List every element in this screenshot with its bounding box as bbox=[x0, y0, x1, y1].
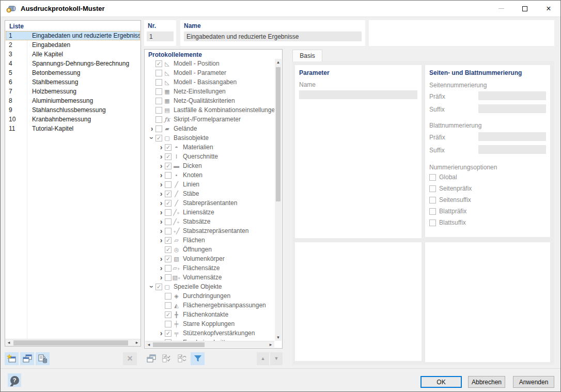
list-item[interactable]: 1Eingabedaten und reduzierte Ergebnisse bbox=[6, 31, 140, 40]
checkbox-seitensuffix[interactable] bbox=[429, 197, 436, 203]
tree-checkbox[interactable]: ✓ bbox=[165, 144, 172, 151]
scrollbar-thumb[interactable] bbox=[13, 340, 128, 346]
scrollbar-thumb[interactable] bbox=[276, 67, 280, 201]
tree-checkbox[interactable] bbox=[165, 209, 172, 216]
chevron-down-icon[interactable]: › bbox=[149, 283, 155, 290]
tree-item[interactable]: ›▦Netz-Einstellungen bbox=[145, 87, 274, 96]
scroll-right-icon[interactable]: ▸ bbox=[267, 341, 274, 348]
checkbox-blattsuffix[interactable] bbox=[429, 219, 436, 226]
minimize-button[interactable] bbox=[489, 1, 513, 17]
tree-checkbox[interactable] bbox=[155, 79, 162, 86]
chevron-right-icon[interactable]: › bbox=[158, 200, 165, 206]
tree-item[interactable]: ›◭Flächenergebnisanpassungen bbox=[145, 301, 274, 310]
tree-checkbox[interactable]: ✓ bbox=[165, 163, 172, 169]
list-item[interactable]: 11Tutorial-Kapitel bbox=[6, 124, 140, 133]
new-template-button[interactable] bbox=[5, 352, 19, 365]
move-up-button[interactable]: ▲ bbox=[257, 352, 269, 365]
tree-checkbox[interactable] bbox=[165, 265, 172, 272]
tree-checkbox[interactable] bbox=[155, 98, 162, 104]
maximize-button[interactable] bbox=[513, 1, 537, 17]
tree-item[interactable]: ›✓▧Volumenkörper bbox=[145, 254, 274, 263]
chevron-right-icon[interactable]: › bbox=[148, 126, 155, 132]
list-item[interactable]: 4Spannungs-Dehnungs-Berechnung bbox=[6, 59, 140, 68]
tree-item[interactable]: ›✓▢Spezielle Objekte bbox=[145, 282, 274, 291]
list-item[interactable]: 9Stahlanschlussbemessung bbox=[6, 105, 140, 115]
nr-input[interactable] bbox=[147, 32, 174, 41]
tree-item[interactable]: ›▰Gelände bbox=[145, 124, 274, 133]
tree-item[interactable]: ›▤Lastfälle & Kombinationseinstellungen bbox=[145, 105, 274, 115]
list-item[interactable]: 2Eingabedaten bbox=[6, 40, 140, 50]
list-item[interactable]: 7Holzbemessung bbox=[6, 87, 140, 96]
tree-checkbox[interactable] bbox=[165, 218, 172, 225]
chevron-right-icon[interactable]: › bbox=[158, 163, 165, 169]
tree-checkbox[interactable]: ✓ bbox=[155, 60, 162, 67]
option-seitenpr-fix[interactable]: Seitenpräfix bbox=[429, 185, 472, 192]
chevron-right-icon[interactable]: › bbox=[158, 209, 165, 215]
list-item[interactable]: 10Kranbahnbemessung bbox=[6, 115, 140, 124]
chevron-right-icon[interactable]: › bbox=[158, 265, 165, 271]
filter-button[interactable] bbox=[191, 352, 205, 365]
tree-item[interactable]: ›✓IQuerschnitte bbox=[145, 152, 274, 161]
tree-checkbox[interactable]: ✓ bbox=[155, 135, 162, 142]
checkbox-global[interactable] bbox=[429, 174, 436, 181]
sheet-suffix-input[interactable] bbox=[478, 145, 546, 154]
tree-item[interactable]: ›✓▱Flächen bbox=[145, 236, 274, 245]
tree-item[interactable]: ›✓╤Stützenkopfverstärkungen bbox=[145, 328, 274, 338]
list-item[interactable]: 8Aluminiumbemessung bbox=[6, 96, 140, 105]
chevron-right-icon[interactable]: › bbox=[158, 330, 165, 336]
tree-checkbox[interactable] bbox=[155, 116, 162, 123]
tree-item[interactable]: ›✓◺Modell - Position bbox=[145, 59, 274, 68]
tree-checkbox[interactable] bbox=[155, 70, 162, 76]
tree-checkbox[interactable]: ✓ bbox=[165, 200, 172, 207]
option-blattpr-fix[interactable]: Blattpräfix bbox=[429, 208, 466, 215]
chevron-down-icon[interactable]: › bbox=[149, 134, 155, 142]
tree-item[interactable]: ›◈Durchdringungen bbox=[145, 291, 274, 301]
list-item[interactable]: 5Betonbemessung bbox=[6, 68, 140, 77]
checkbox-seitenpr-fix[interactable] bbox=[429, 185, 436, 192]
tree-vertical-scrollbar[interactable]: ▴ ▾ bbox=[275, 59, 282, 341]
parameter-name-input[interactable] bbox=[299, 90, 417, 99]
tree-checkbox[interactable]: ✓ bbox=[165, 256, 172, 262]
chevron-right-icon[interactable]: › bbox=[158, 144, 165, 150]
sheet-prefix-input[interactable] bbox=[478, 132, 546, 141]
tree-checkbox[interactable]: ✓ bbox=[155, 284, 162, 290]
tree-item[interactable]: ›✓╱Stäbe bbox=[145, 189, 274, 198]
tree-item[interactable]: ›✓◎Öffnungen bbox=[145, 245, 274, 254]
checkbox-blattpr-fix[interactable] bbox=[429, 208, 436, 215]
cancel-button[interactable]: Abbrechen bbox=[468, 376, 505, 388]
tree-horizontal-scrollbar[interactable]: ◂ ▸ bbox=[145, 341, 274, 348]
scroll-down-icon[interactable]: ▾ bbox=[275, 334, 282, 341]
scrollbar-thumb[interactable] bbox=[153, 342, 205, 347]
list-horizontal-scrollbar[interactable]: ◂ ▸ bbox=[5, 339, 141, 346]
option-global[interactable]: Global bbox=[429, 174, 457, 181]
chevron-right-icon[interactable]: › bbox=[158, 256, 165, 262]
tree-item[interactable]: ›₊╱Stabsatzrepräsentanten bbox=[145, 226, 274, 236]
tree-checkbox[interactable] bbox=[165, 321, 172, 327]
chevron-right-icon[interactable]: › bbox=[158, 172, 165, 178]
ok-button[interactable]: OK bbox=[420, 376, 462, 388]
scroll-right-icon[interactable]: ▸ bbox=[133, 339, 141, 346]
tree-item[interactable]: ›✓╱Stabrepräsentanten bbox=[145, 198, 274, 208]
tree-checkbox[interactable]: ✓ bbox=[165, 330, 172, 337]
tree-item[interactable]: ›▧₊Volumensätze bbox=[145, 273, 274, 282]
copy-elements-button[interactable] bbox=[144, 352, 158, 365]
chevron-right-icon[interactable]: › bbox=[158, 153, 165, 160]
tree-item[interactable]: ›✓▢Basisobjekte bbox=[145, 133, 274, 143]
tree-item[interactable]: ›✓◓Materialien bbox=[145, 143, 274, 152]
page-prefix-input[interactable] bbox=[478, 91, 546, 100]
tree-item[interactable]: ›✓▬Dicken bbox=[145, 161, 274, 170]
tab-basis[interactable]: Basis bbox=[292, 50, 322, 61]
tree-item[interactable]: ›╱Linien bbox=[145, 180, 274, 189]
tree-item[interactable]: ›ƒxSkript-/Formelparameter bbox=[145, 115, 274, 124]
tree-item[interactable]: ›◺Modell - Parameter bbox=[145, 68, 274, 77]
tree-checkbox[interactable] bbox=[165, 181, 172, 188]
tree-item[interactable]: ›▱₊Flächensätze bbox=[145, 263, 274, 273]
tree-item[interactable]: ›╪Starre Kopplungen bbox=[145, 319, 274, 328]
tree-item[interactable]: ›•Knoten bbox=[145, 170, 274, 180]
tree-item[interactable]: ›◺Modell - Basisangaben bbox=[145, 77, 274, 87]
close-button[interactable]: × bbox=[537, 1, 560, 17]
tree-item[interactable]: ›▦Netz-Qualitätskriterien bbox=[145, 96, 274, 105]
tree-checkbox[interactable] bbox=[165, 228, 172, 234]
chevron-right-icon[interactable]: › bbox=[158, 274, 165, 280]
tree-checkbox[interactable]: ✓ bbox=[165, 153, 172, 160]
